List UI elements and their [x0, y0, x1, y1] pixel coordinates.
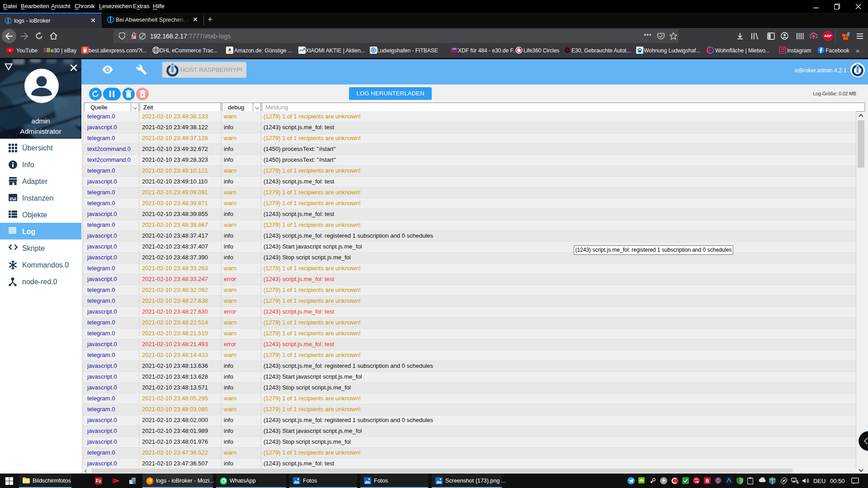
svg-text:Fz: Fz — [96, 478, 102, 483]
svg-text:e30: e30 — [453, 47, 457, 50]
svg-text:a: a — [228, 47, 231, 52]
svg-text:B: B — [706, 479, 709, 483]
